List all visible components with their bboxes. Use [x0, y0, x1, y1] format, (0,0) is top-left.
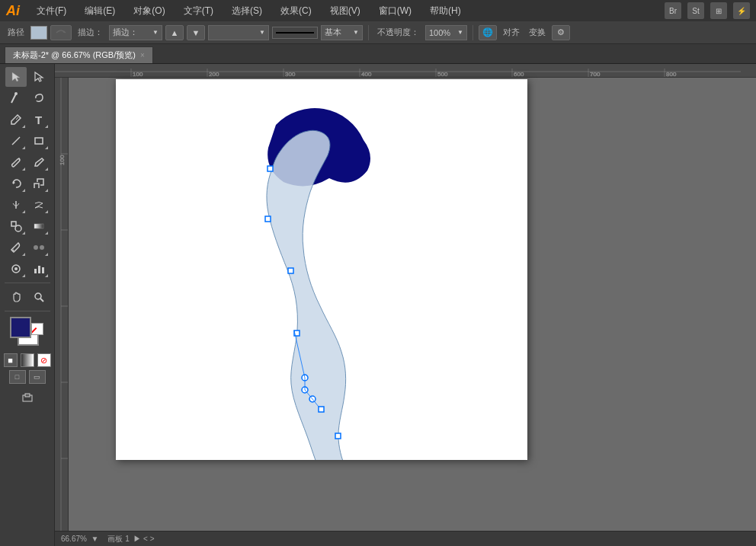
foreground-swatch[interactable] — [10, 317, 31, 338]
color-mode-icon[interactable]: ■ — [4, 353, 18, 367]
gradient-tool[interactable] — [28, 216, 50, 236]
zoom-tool[interactable] — [28, 287, 50, 307]
svg-line-1 — [11, 94, 16, 103]
menu-edit[interactable]: 编辑(E) — [80, 3, 120, 19]
tool-row-11 — [5, 287, 50, 307]
svg-rect-48 — [267, 166, 273, 171]
select-tool[interactable] — [5, 67, 27, 87]
eyedropper-tool[interactable] — [5, 238, 27, 257]
stroke-btn[interactable] — [50, 25, 72, 40]
menu-select[interactable]: 选择(S) — [227, 3, 267, 19]
pen-tool[interactable] — [5, 110, 27, 129]
stroke-down[interactable]: ▼ — [187, 25, 205, 40]
toolbar: 路径 描边： 插边： ▼ ▲ ▼ ▼ 基本 ▼ 不透明度： 100% ▼ 🌐 对… — [0, 21, 756, 44]
path-label: 路径 — [5, 27, 27, 38]
transform-label: 变换 — [526, 27, 549, 38]
gradient-mode-icon[interactable] — [21, 353, 34, 367]
opacity-label: 不透明度： — [374, 27, 422, 38]
menu-text[interactable]: 文字(T) — [179, 3, 218, 19]
pencil-tool[interactable] — [28, 152, 50, 172]
control-icon[interactable]: ⚡ — [733, 2, 750, 19]
symbol-tool[interactable] — [5, 259, 27, 279]
tab-close-btn[interactable]: × — [140, 51, 145, 59]
warp-tool[interactable] — [28, 195, 50, 215]
screen-view-icon[interactable]: ▭ — [29, 370, 46, 384]
menu-view[interactable]: 视图(V) — [325, 3, 365, 19]
bar-chart-tool[interactable] — [28, 259, 50, 279]
rect-tool[interactable] — [28, 131, 50, 151]
stroke-width-dropdown[interactable]: ▼ — [208, 25, 269, 40]
stroke-line — [276, 32, 314, 34]
sep2 — [472, 25, 473, 40]
opacity-dropdown[interactable]: 100% ▼ — [425, 25, 467, 40]
stroke-style-dropdown[interactable]: 基本 ▼ — [321, 25, 363, 40]
fill-swatch[interactable] — [30, 26, 47, 40]
stroke-type-dropdown[interactable]: 插边： ▼ — [109, 25, 162, 40]
blend-tool[interactable] — [28, 238, 50, 257]
tool-row-4 — [5, 131, 50, 151]
bridge-icon[interactable]: Br — [665, 2, 681, 19]
hand-tool[interactable] — [5, 287, 27, 307]
none-mode-icon[interactable]: ⊘ — [37, 353, 51, 367]
menu-effect[interactable]: 效果(C) — [276, 3, 316, 19]
svg-rect-5 — [35, 138, 43, 144]
width-tool[interactable] — [5, 195, 27, 215]
menu-help[interactable]: 帮助(H) — [425, 3, 466, 19]
gradient-submenu-arrow — [45, 231, 48, 235]
svg-line-4 — [12, 137, 20, 145]
menu-file[interactable]: 文件(F) — [32, 3, 71, 19]
tool-row-8 — [5, 216, 50, 236]
artboard[interactable] — [116, 79, 527, 460]
svg-text:200: 200 — [209, 71, 219, 78]
direct-select-tool[interactable] — [28, 67, 50, 87]
svg-rect-9 — [34, 224, 43, 228]
paintbrush-submenu-arrow — [22, 168, 25, 171]
magic-wand-tool[interactable] — [5, 88, 27, 108]
lasso-tool[interactable] — [28, 88, 50, 108]
rotate-tool[interactable] — [5, 174, 27, 193]
sep1 — [368, 25, 369, 40]
globe-btn[interactable]: 🌐 — [479, 25, 497, 40]
stroke-up[interactable]: ▲ — [165, 25, 184, 40]
left-toolbar: T — [0, 64, 55, 546]
active-tab[interactable]: 未标题-2* @ 66.67% (RGB/预览) × — [5, 46, 153, 63]
svg-rect-50 — [288, 268, 293, 273]
vertical-ruler: 100 — [55, 78, 69, 546]
statusbar: 66.67% ▼ 画板 1 ▶ < > — [55, 531, 756, 546]
expand-icon[interactable] — [17, 388, 38, 408]
canvas-svg — [116, 79, 527, 460]
canvas-area[interactable]: 100 200 300 400 500 600 700 800 100 — [55, 64, 756, 546]
normal-view-icon[interactable]: □ — [9, 370, 26, 384]
horizontal-ruler: 100 200 300 400 500 600 700 800 — [55, 64, 756, 78]
svg-point-18 — [35, 293, 41, 299]
svg-text:100: 100 — [59, 155, 66, 165]
line-tool[interactable] — [5, 131, 27, 151]
zoom-level: 66.67% ▼ — [61, 535, 98, 543]
grid-icon[interactable]: ⊞ — [710, 2, 727, 19]
svg-rect-49 — [265, 216, 271, 222]
blend-submenu-arrow — [45, 253, 48, 256]
menu-object[interactable]: 对象(O) — [129, 3, 169, 19]
svg-line-19 — [40, 299, 43, 302]
tool-row-9 — [5, 238, 50, 257]
scale-submenu-arrow — [45, 189, 48, 192]
stroke-label: 描边： — [75, 27, 106, 38]
type-tool[interactable]: T — [28, 110, 50, 129]
stock-icon[interactable]: St — [687, 2, 704, 19]
color-swatches-group[interactable] — [8, 315, 46, 349]
transform-extra-btn[interactable]: ⚙ — [552, 25, 570, 40]
menu-window[interactable]: 窗口(W) — [374, 3, 416, 19]
svg-rect-17 — [42, 267, 44, 273]
shape-builder-tool[interactable] — [5, 216, 27, 236]
none-swatch[interactable] — [31, 323, 43, 335]
main-area: T — [0, 64, 756, 546]
shape-submenu-arrow — [22, 231, 25, 235]
color-mode-icons: ■ ⊘ — [4, 353, 51, 367]
paintbrush-tool[interactable] — [5, 152, 27, 172]
type-submenu-arrow — [45, 125, 48, 128]
svg-point-2 — [14, 92, 18, 95]
svg-point-12 — [40, 245, 44, 250]
scale-tool[interactable] — [28, 174, 50, 193]
svg-line-3 — [16, 117, 18, 120]
svg-point-14 — [14, 267, 18, 270]
